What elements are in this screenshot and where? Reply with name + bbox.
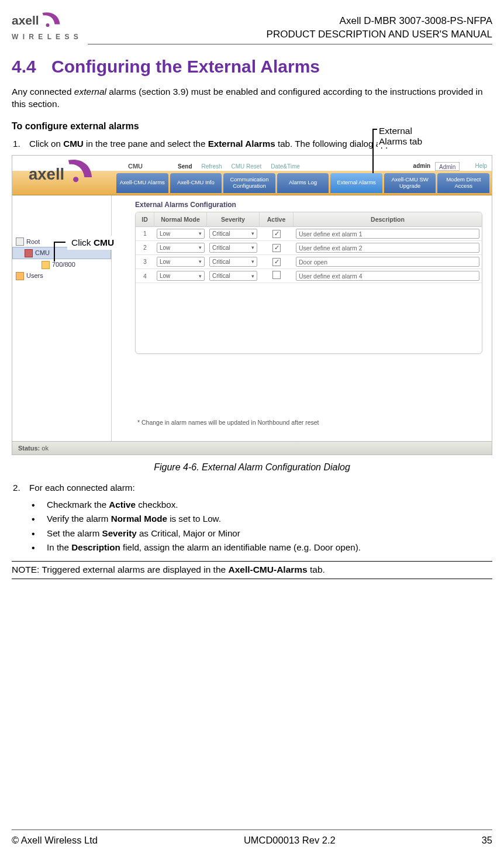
- normal-mode-select[interactable]: Low: [157, 257, 205, 267]
- table-header: ID Normal Mode Severity Active Descripti…: [136, 212, 482, 227]
- screenshot-statusbar: Status: ok: [12, 441, 492, 455]
- tab-axell-cmu-sw-upgrade[interactable]: Axell-CMU SW Upgrade: [384, 173, 436, 193]
- normal-mode-select[interactable]: Low: [157, 243, 205, 253]
- cell-id: 2: [136, 242, 154, 253]
- normal-mode-select[interactable]: Low: [157, 229, 205, 239]
- normal-mode-select[interactable]: Low: [157, 271, 205, 281]
- bullet-active: Checkmark the Active checkbox.: [32, 499, 492, 511]
- note-bold: Axell-CMU-Alarms: [228, 565, 307, 574]
- section-number: 4.4: [12, 57, 36, 76]
- folder-icon: [16, 238, 24, 246]
- table-row: 3LowCritical✓Door open: [136, 255, 482, 269]
- col-id: ID: [136, 212, 154, 226]
- active-checkbox[interactable]: ✓: [272, 230, 281, 238]
- active-checkbox[interactable]: [272, 271, 281, 279]
- svg-point-3: [73, 177, 78, 182]
- device-icon: [25, 249, 33, 257]
- step-2-text: For each connected alarm:: [29, 483, 135, 493]
- col-active: Active: [260, 212, 294, 226]
- callout-line2: Alarms tab: [379, 136, 422, 147]
- tab-axell-cmu-info[interactable]: Axell-CMU Info: [170, 173, 222, 193]
- note-rule-bottom: [12, 579, 492, 579]
- screenshot-dialog: axell CMU Send Refresh CMU Reset Date&Ti…: [12, 155, 492, 456]
- footer-rule: [12, 830, 492, 830]
- severity-select[interactable]: Critical: [209, 257, 257, 267]
- tree-700-800[interactable]: 700/800: [12, 259, 111, 270]
- svg-point-1: [46, 23, 50, 27]
- step-1-bold-cmu: CMU: [63, 139, 84, 149]
- step-1-pre: Click on: [29, 139, 63, 149]
- doc-title-line2: PRODUCT DESCRIPTION AND USER'S MANUAL: [267, 28, 492, 42]
- screenshot-main: External Alarms Configuration ID Normal …: [112, 195, 492, 441]
- tab-external-alarms[interactable]: External Alarms: [330, 173, 382, 193]
- tree-users-label: Users: [26, 271, 43, 280]
- cell-id: 4: [136, 270, 154, 282]
- figure-wrap: External Alarms tab axell CMU Send Refre…: [12, 155, 492, 456]
- step-2-number: 2.: [13, 482, 20, 494]
- breadcrumb-cmu: CMU: [128, 162, 143, 171]
- callout-leader-line: [372, 129, 374, 173]
- col-description: Description: [294, 212, 482, 226]
- bullet-description: In the Description field, assign the ala…: [32, 542, 492, 554]
- doc-title-line1: Axell D-MBR 3007-3008-PS-NFPA: [267, 15, 492, 28]
- header-rule: [88, 44, 492, 44]
- screenshot-treepane: Root CMU 700/800 Users: [12, 195, 112, 441]
- severity-select[interactable]: Critical: [209, 243, 257, 253]
- admin-field[interactable]: Admin: [435, 162, 460, 171]
- step-1-mid: in the tree pane and select the: [84, 139, 208, 149]
- callout-line1: External: [379, 126, 422, 137]
- cell-id: 3: [136, 256, 154, 267]
- active-checkbox[interactable]: ✓: [272, 244, 281, 252]
- callout-leader-elbow: [372, 129, 377, 130]
- topbar-buttons: Send Refresh CMU Reset Date&Time: [178, 163, 300, 171]
- step-2: 2. For each connected alarm:: [13, 482, 492, 494]
- severity-select[interactable]: Critical: [209, 229, 257, 239]
- intro-pre: Any connected: [12, 87, 74, 97]
- status-label: Status:: [18, 445, 40, 452]
- intro-paragraph: Any connected external alarms (section 3…: [12, 86, 492, 111]
- footer-docrev: UMCD00013 Rev 2.2: [244, 834, 336, 846]
- screenshot-logo: axell: [29, 158, 93, 187]
- panel-footnote: * Change in alarm names will be updated …: [137, 418, 482, 426]
- status-value: ok: [42, 445, 49, 452]
- table-row: 4LowCriticalUser define ext alarm 4: [136, 269, 482, 283]
- screenshot-body: Root CMU 700/800 Users External Alarms C…: [12, 195, 492, 441]
- cell-id: 1: [136, 228, 154, 239]
- description-input[interactable]: Door open: [296, 257, 479, 267]
- logo-subtext: W I R E L E S S: [12, 32, 80, 42]
- axell-logo-icon: axell: [12, 9, 64, 31]
- admin-label: admin: [413, 162, 430, 170]
- topbtn-datetime[interactable]: Date&Time: [271, 163, 300, 171]
- topbtn-cmu-reset[interactable]: CMU Reset: [232, 163, 262, 171]
- description-input[interactable]: User define ext alarm 4: [296, 271, 479, 281]
- col-severity: Severity: [207, 212, 260, 226]
- note-rule-top: [12, 561, 492, 562]
- step-1-number: 1.: [13, 138, 20, 150]
- active-checkbox[interactable]: ✓: [272, 258, 281, 266]
- footer-pagenum: 35: [482, 834, 492, 846]
- tree-cmu-label: CMU: [35, 249, 50, 257]
- severity-select[interactable]: Critical: [209, 271, 257, 281]
- callout-external-alarms-tab: External Alarms tab: [378, 126, 423, 147]
- svg-text:axell: axell: [29, 164, 64, 183]
- tab-communication-configuration[interactable]: Communication Configuration: [223, 173, 275, 193]
- page-header: axell W I R E L E S S Axell D-MBR 3007-3…: [12, 9, 492, 42]
- intro-italic: external: [74, 87, 106, 97]
- help-link[interactable]: Help: [475, 162, 487, 170]
- doc-titles: Axell D-MBR 3007-3008-PS-NFPA PRODUCT DE…: [267, 15, 492, 42]
- panel-title: External Alarms Configuration: [135, 200, 482, 209]
- users-icon: [16, 272, 24, 280]
- note-pre: Triggered external alarms are displayed …: [39, 565, 228, 574]
- description-input[interactable]: User define ext alarm 1: [296, 229, 479, 239]
- tab-alarms-log[interactable]: Alarms Log: [277, 173, 329, 193]
- topbtn-send[interactable]: Send: [178, 163, 192, 171]
- tree-users[interactable]: Users: [12, 270, 111, 281]
- note-label: NOTE:: [12, 565, 39, 574]
- tab-modem-direct-access[interactable]: Modem Direct Access: [437, 173, 489, 193]
- section-heading: 4.4 Configuring the External Alarms: [12, 55, 492, 79]
- step-1-bold-extalarms: External Alarms: [208, 139, 275, 149]
- tab-axell-cmu-alarms[interactable]: Axell-CMU Alarms: [116, 173, 168, 193]
- topbtn-refresh[interactable]: Refresh: [202, 163, 222, 171]
- tree-child-label: 700/800: [52, 260, 75, 269]
- description-input[interactable]: User define ext alarm 2: [296, 243, 479, 253]
